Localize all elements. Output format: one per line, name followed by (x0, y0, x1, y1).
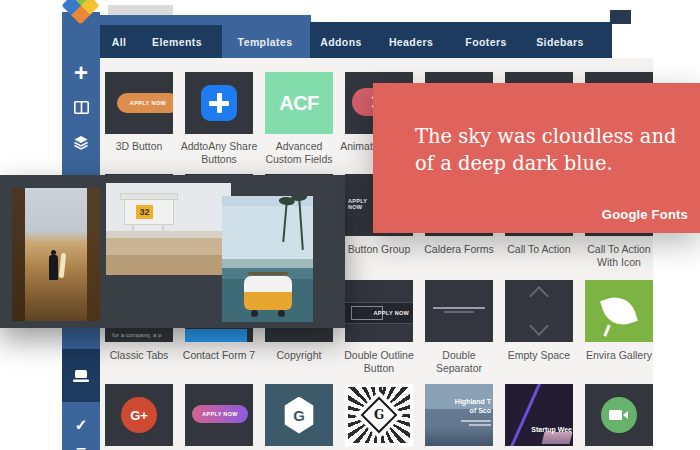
sidebar-layers-icon[interactable] (62, 125, 100, 159)
sidebar-layout-columns-icon[interactable] (62, 90, 100, 124)
lifeguard-tower-photo: 32 (106, 183, 231, 275)
tile-label-classic-tabs: Classic Tabs (99, 349, 179, 362)
surfer-silhouette (49, 255, 58, 280)
tab-templates[interactable]: Templates (223, 27, 307, 56)
sidebar-templates-icon[interactable] (62, 359, 100, 393)
tile-label-3d-button: 3D Button (99, 140, 179, 153)
tile-label-empty-space: Empty Space (499, 349, 579, 362)
tile-photo-highland[interactable]: Highland Tof Sco (425, 384, 493, 446)
tile-photo-startup[interactable]: Startup Wee (505, 384, 573, 446)
chevron-down-icon (529, 316, 549, 336)
camper-van-photo (222, 196, 313, 322)
chevron-up-icon (529, 286, 549, 306)
tile-label-double-separator: Double Separator (419, 349, 499, 375)
photo-collage-overlay: 32 (0, 175, 345, 328)
tile-envira-gallery[interactable] (585, 280, 653, 342)
google-fonts-quote-card: The sky was cloudless and of a deep dark… (373, 83, 700, 233)
hut-number-sign: 32 (136, 205, 153, 219)
tile-label-advanced-custom-fields: Advanced Custom Fields (259, 140, 339, 166)
tile-label-double-outline-button: Double Outline Button (339, 349, 419, 375)
tile-label-addtoany-share-buttons: AddtoAny Share Buttons (179, 140, 259, 166)
tile-double-outline-button[interactable]: APPLY NOW (345, 280, 413, 342)
leaf-icon (600, 292, 638, 330)
tile-label-envira-gallery: Envira Gallery (579, 349, 659, 362)
google-fonts-label: Google Fonts (602, 207, 688, 222)
tile-label-call-to-action-with-icon: Call To Action With Icon (579, 243, 659, 269)
surfboard (59, 253, 67, 278)
tile-double-separator[interactable] (425, 280, 493, 342)
tab-headers[interactable]: Headers (369, 27, 453, 56)
tile-label-copyright: Copyright (259, 349, 339, 362)
tile-label-contact-form-7: Contact Form 7 (179, 349, 259, 362)
tile-advanced-custom-fields[interactable]: ACF (265, 72, 333, 134)
tile-genesis[interactable]: G (345, 384, 413, 446)
quote-text: The sky was cloudless and of a deep dark… (415, 123, 687, 178)
tile-3d-button[interactable]: APPLY NOW (105, 72, 173, 134)
plus-icon (201, 85, 237, 121)
tile-label-button-group: Button Group (339, 243, 419, 256)
tile-empty-space[interactable] (505, 280, 573, 342)
top-dark-notch (610, 10, 631, 24)
tile-label-caldera-forms: Caldera Forms (419, 243, 499, 256)
tile-addtoany-share-buttons[interactable] (185, 72, 253, 134)
surfer-alley-photo (12, 188, 100, 321)
video-camera-icon (601, 397, 637, 433)
tab-sidebars[interactable]: Sidebars (518, 27, 602, 56)
vw-van (244, 276, 292, 314)
tile-label-call-to-action: Call To Action (499, 243, 579, 256)
tile-gravity[interactable]: G (265, 384, 333, 446)
sidebar-menu-icon[interactable]: ≡ (62, 435, 100, 450)
tile-gplus[interactable]: G+ (105, 384, 173, 446)
palm-tree (282, 202, 287, 242)
tab-elements[interactable]: Elements (135, 27, 219, 56)
tile-gradient-pill[interactable]: APPLY NOW (185, 384, 253, 446)
lifeguard-hut: 32 (124, 197, 174, 225)
sidebar-add-icon[interactable]: + (62, 56, 100, 90)
tile-video[interactable] (585, 384, 653, 446)
palm-tree (298, 198, 304, 250)
tab-footers[interactable]: Footers (444, 27, 528, 56)
page-builder-screenshot: AllElementsTemplatesAddonsHeadersFooters… (0, 0, 700, 450)
